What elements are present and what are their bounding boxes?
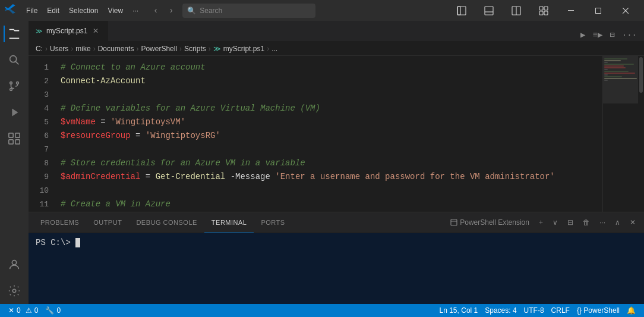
tab-myscript[interactable]: ≫ myScript.ps1 ✕	[29, 21, 108, 41]
minimap-content	[603, 56, 638, 84]
breadcrumb: C: › Users › mike › Documents › PowerShe…	[29, 42, 644, 56]
terminal-content[interactable]: PS C:\>	[29, 233, 644, 304]
activity-settings[interactable]	[4, 280, 25, 302]
svg-point-24	[12, 289, 16, 293]
panel-tab-terminal[interactable]: TERMINAL	[204, 212, 254, 233]
code-line-4: 4 # Define variables for an Azure Virtua…	[29, 102, 602, 115]
svg-rect-22	[15, 140, 20, 144]
scrollbar-thumb[interactable]	[639, 57, 643, 93]
editor-actions: ▶ ≡▶ ⊟ ···	[573, 29, 644, 41]
code-line-10: 10	[29, 184, 602, 197]
info-icon: 🔧	[45, 306, 54, 315]
nav-back-button[interactable]: ‹	[149, 4, 162, 17]
minimize-button[interactable]	[557, 0, 585, 21]
panel-tabs-bar: PROBLEMS OUTPUT DEBUG CONSOLE TERMINAL P…	[29, 212, 644, 233]
code-line-8: 8 # Store credentials for an Azure VM in…	[29, 156, 602, 170]
svg-rect-0	[457, 7, 460, 15]
code-line-9: 9 $adminCredential = Get-Credential -Mes…	[29, 170, 602, 184]
status-spaces[interactable]: Spaces: 4	[481, 304, 520, 317]
status-errors[interactable]: ✕ 0 ⚠ 0	[5, 304, 42, 317]
split-icon[interactable]	[503, 0, 530, 21]
status-notifications-button[interactable]: 🔔	[623, 304, 639, 317]
activity-account[interactable]	[4, 254, 25, 275]
breadcrumb-file[interactable]: myScript.ps1	[223, 45, 264, 53]
status-cursor-position[interactable]: Ln 15, Col 1	[436, 304, 482, 317]
terminal-dropdown-button[interactable]: ∨	[549, 217, 561, 228]
breadcrumb-c[interactable]: C:	[36, 45, 43, 53]
panel-icon[interactable]	[475, 0, 503, 21]
code-line-5: 5 $vmName = 'WingtiptoysVM'	[29, 115, 602, 129]
activity-explorer[interactable]	[4, 23, 25, 45]
breadcrumb-ellipsis[interactable]: ...	[272, 45, 277, 53]
title-bar: File Edit Selection View ··· ‹ › 🔍 Searc…	[0, 0, 644, 21]
vertical-scrollbar[interactable]	[638, 56, 644, 212]
breadcrumb-documents[interactable]: Documents	[98, 45, 134, 53]
activity-run-debug[interactable]	[4, 102, 25, 123]
error-count: 0	[17, 306, 21, 315]
activity-bar	[0, 21, 29, 304]
status-encoding[interactable]: UTF-8	[520, 304, 548, 317]
code-line-6: 6 $resourceGroup = 'WingtiptoysRG'	[29, 129, 602, 143]
search-bar[interactable]: 🔍 Search	[182, 4, 315, 18]
panel-delete-button[interactable]: 🗑	[579, 217, 594, 228]
more-actions-button[interactable]: ···	[620, 29, 639, 41]
status-language[interactable]: {} PowerShell	[573, 304, 623, 317]
menu-file[interactable]: File	[23, 5, 41, 16]
vscode-logo-icon	[5, 4, 15, 17]
panel-tab-problems[interactable]: PROBLEMS	[33, 212, 86, 233]
breadcrumb-mike[interactable]: mike	[75, 45, 90, 53]
close-button[interactable]	[612, 0, 639, 21]
new-terminal-button[interactable]: +	[535, 217, 547, 228]
tabs-bar: ≫ myScript.ps1 ✕ ▶ ≡▶ ⊟ ···	[29, 21, 644, 42]
terminal-name-label: PowerShell Extension	[447, 217, 533, 228]
panel-tab-debug[interactable]: DEBUG CONSOLE	[129, 212, 204, 233]
svg-rect-19	[9, 133, 13, 137]
tab-close-button[interactable]: ✕	[91, 26, 100, 36]
breadcrumb-scripts[interactable]: Scripts	[184, 45, 206, 53]
layout-icon[interactable]	[448, 0, 475, 21]
panel-more-button[interactable]: ···	[596, 217, 609, 228]
menu-edit[interactable]: Edit	[43, 5, 63, 16]
run-all-button[interactable]: ≡▶	[591, 29, 605, 41]
code-line-11: 11 # Create a VM in Azure	[29, 197, 602, 211]
terminal-instance-name: PowerShell Extension	[460, 218, 529, 227]
minimap	[602, 56, 638, 212]
status-eol[interactable]: CRLF	[548, 304, 573, 317]
breadcrumb-powershell[interactable]: PowerShell	[141, 45, 177, 53]
code-editor[interactable]: 1 # Connect to an Azure account 2 Connec…	[29, 56, 602, 212]
info-count: 0	[56, 306, 61, 315]
warning-icon: ⚠	[26, 306, 32, 315]
svg-rect-7	[544, 7, 548, 10]
code-line-7: 7	[29, 143, 602, 156]
status-bar: ✕ 0 ⚠ 0 🔧 0 Ln 15, Col 1 Spaces: 4 UTF-8…	[0, 304, 644, 317]
activity-search[interactable]	[4, 49, 25, 71]
terminal-cursor	[75, 238, 80, 247]
nav-forward-button[interactable]: ›	[165, 4, 178, 17]
customize-layout-icon[interactable]	[530, 0, 557, 21]
svg-rect-20	[15, 133, 20, 137]
activity-source-control[interactable]	[4, 76, 25, 97]
activity-extensions[interactable]	[4, 128, 25, 149]
panel-close-button[interactable]: ✕	[626, 217, 639, 228]
svg-rect-9	[544, 11, 548, 15]
panel-tab-ports[interactable]: PORTS	[254, 212, 292, 233]
status-info[interactable]: 🔧 0	[42, 304, 64, 317]
split-editor-button[interactable]: ⊟	[607, 29, 617, 41]
breadcrumb-users[interactable]: Users	[50, 45, 68, 53]
panel-collapse-button[interactable]: ∧	[611, 217, 624, 228]
menu-more[interactable]: ···	[129, 5, 142, 16]
panel-tab-output[interactable]: OUTPUT	[86, 212, 129, 233]
svg-rect-21	[9, 140, 13, 144]
editor-main: 1 # Connect to an Azure account 2 Connec…	[29, 56, 644, 212]
restore-button[interactable]	[585, 0, 612, 21]
menu-view[interactable]: View	[104, 5, 127, 16]
panel-maximize-button[interactable]: ⊟	[564, 217, 577, 228]
run-button[interactable]: ▶	[578, 29, 588, 41]
menu-selection[interactable]: Selection	[65, 5, 102, 16]
svg-point-23	[12, 260, 16, 265]
code-line-2: 2 Connect-AzAccount	[29, 74, 602, 88]
svg-rect-25	[451, 219, 457, 225]
svg-point-17	[17, 82, 19, 84]
svg-rect-1	[457, 7, 466, 15]
code-line-1: 1 # Connect to an Azure account	[29, 61, 602, 74]
